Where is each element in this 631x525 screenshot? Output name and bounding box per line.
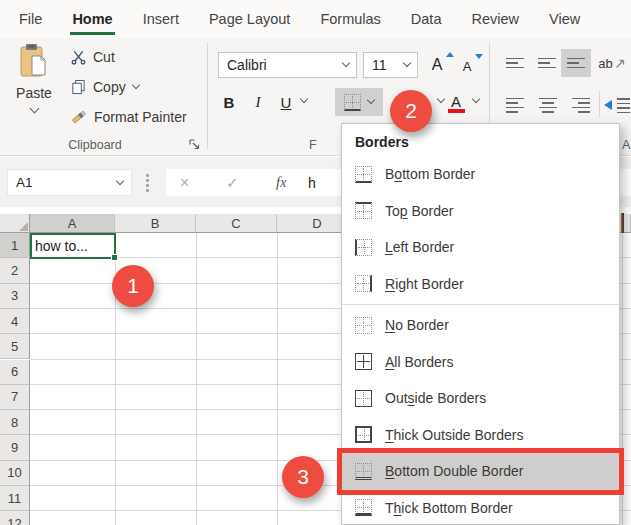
all-borders-icon: [355, 353, 372, 370]
menu-item-label: Right Border: [385, 276, 464, 292]
group-separator: [207, 43, 208, 149]
paste-label: Paste: [16, 85, 52, 101]
font-name-chevron-icon[interactable]: [342, 59, 350, 67]
font-name-combobox[interactable]: Calibri: [218, 52, 357, 78]
fill-handle[interactable]: [111, 254, 118, 261]
enter-icon[interactable]: ✓: [226, 169, 239, 196]
row-header-4[interactable]: 4: [0, 309, 30, 334]
row-header-9[interactable]: 9: [0, 435, 30, 460]
annotation-step-2: 2: [390, 90, 432, 132]
insert-function-icon[interactable]: fx: [276, 169, 286, 196]
tab-page-layout[interactable]: Page Layout: [194, 0, 305, 38]
column-header-a[interactable]: A: [30, 214, 115, 233]
column-header-c[interactable]: C: [196, 214, 277, 233]
borders-dropdown-menu: Borders Bottom Border Top Border Left Bo…: [341, 123, 620, 525]
format-painter-icon: [71, 109, 87, 125]
orientation-arrow-icon: [615, 58, 626, 69]
align-left-button[interactable]: [500, 91, 530, 119]
no-border-icon: [355, 317, 372, 334]
decrease-font-size-letter: A: [463, 59, 472, 74]
row-header-2[interactable]: 2: [0, 258, 30, 283]
underline-chevron-icon[interactable]: [300, 95, 308, 103]
underline-button[interactable]: U: [274, 88, 298, 116]
grid-line-vertical: [196, 233, 197, 525]
row-header-11[interactable]: 11: [0, 486, 30, 511]
tab-review[interactable]: Review: [456, 0, 534, 38]
middle-align-button[interactable]: [532, 49, 562, 77]
menu-item-label: No Border: [385, 317, 449, 333]
copy-button[interactable]: Copy: [71, 79, 139, 95]
tab-insert[interactable]: Insert: [128, 0, 194, 38]
menu-item-right-border[interactable]: Right Border: [342, 266, 619, 303]
bottom-align-button-selected[interactable]: [561, 49, 591, 77]
menu-item-label: Bottom Border: [385, 166, 475, 182]
row-header-7[interactable]: 7: [0, 385, 30, 410]
italic-button[interactable]: I: [246, 88, 270, 116]
menu-item-thick-bottom-border[interactable]: Thick Bottom Border: [342, 490, 619, 525]
menu-item-top-border[interactable]: Top Border: [342, 193, 619, 230]
font-color-button[interactable]: A: [443, 88, 469, 116]
bottom-align-icon: [567, 58, 585, 69]
tab-view[interactable]: View: [534, 0, 595, 38]
menu-item-thick-outside-borders[interactable]: Thick Outside Borders: [342, 417, 619, 454]
copy-chevron-icon[interactable]: [131, 81, 139, 89]
menu-item-outside-borders[interactable]: Outside Borders: [342, 380, 619, 417]
clipboard-dialog-launcher-icon[interactable]: [189, 139, 200, 150]
excel-window: File Home Insert Page Layout Formulas Da…: [0, 0, 631, 525]
menu-item-bottom-border[interactable]: Bottom Border: [342, 156, 619, 193]
menu-item-left-border[interactable]: Left Border: [342, 229, 619, 266]
borders-button-active[interactable]: [335, 88, 383, 116]
row-header-6[interactable]: 6: [0, 360, 30, 385]
tab-formulas[interactable]: Formulas: [305, 0, 395, 38]
borders-chevron-icon: [367, 96, 375, 104]
format-painter-button[interactable]: Format Painter: [71, 109, 187, 125]
paste-clipboard-icon: [19, 43, 49, 81]
grid-line-vertical: [277, 233, 278, 525]
row-header-1[interactable]: 1: [0, 233, 30, 258]
paste-chevron-icon[interactable]: [29, 104, 39, 114]
tab-file[interactable]: File: [4, 0, 57, 38]
decrease-font-size-button[interactable]: A: [457, 56, 477, 76]
cut-button[interactable]: Cut: [71, 49, 115, 65]
decrease-indent-button[interactable]: [604, 97, 630, 113]
format-painter-label: Format Painter: [94, 109, 187, 125]
increase-font-size-button[interactable]: A: [426, 54, 448, 76]
tab-home[interactable]: Home: [57, 0, 127, 38]
ribbon-tab-bar: File Home Insert Page Layout Formulas Da…: [0, 0, 631, 38]
menu-item-label: Left Border: [385, 239, 454, 255]
name-box[interactable]: A1: [7, 169, 132, 196]
column-header-b[interactable]: B: [115, 214, 196, 233]
formula-bar-grip[interactable]: [146, 174, 149, 192]
bottom-border-icon: [355, 166, 372, 183]
paste-button[interactable]: Paste: [8, 43, 60, 143]
align-right-button[interactable]: [566, 91, 596, 119]
orientation-button[interactable]: ab: [597, 52, 627, 74]
font-size-combobox[interactable]: 11: [363, 52, 418, 78]
select-all-corner[interactable]: [0, 214, 30, 233]
cut-label: Cut: [93, 49, 115, 65]
align-center-button[interactable]: [533, 91, 563, 119]
tab-data[interactable]: Data: [396, 0, 457, 38]
small-separator: [599, 91, 600, 117]
menu-item-label: Outside Borders: [385, 390, 486, 406]
menu-item-bottom-double-border[interactable]: Bottom Double Border: [342, 453, 619, 490]
cancel-icon[interactable]: ×: [180, 169, 189, 196]
row-header-5[interactable]: 5: [0, 334, 30, 359]
top-align-button[interactable]: [500, 49, 530, 77]
scissors-icon: [71, 50, 86, 65]
cell-a1-selected[interactable]: how to...: [30, 233, 116, 259]
row-header-8[interactable]: 8: [0, 410, 30, 435]
thick-bottom-border-icon: [355, 499, 372, 516]
font-size-value: 11: [372, 57, 387, 73]
bold-button[interactable]: B: [216, 88, 242, 116]
row-header-12[interactable]: 12: [0, 511, 30, 525]
font-size-chevron-icon[interactable]: [403, 59, 411, 67]
menu-item-all-borders[interactable]: All Borders: [342, 344, 619, 381]
decrease-indent-lines-icon: [617, 98, 630, 113]
row-header-3[interactable]: 3: [0, 284, 30, 309]
name-box-chevron-icon[interactable]: [116, 176, 124, 184]
align-right-icon: [572, 98, 590, 113]
menu-item-no-border[interactable]: No Border: [342, 307, 619, 344]
font-color-chevron-icon[interactable]: [472, 95, 480, 103]
row-header-10[interactable]: 10: [0, 461, 30, 486]
